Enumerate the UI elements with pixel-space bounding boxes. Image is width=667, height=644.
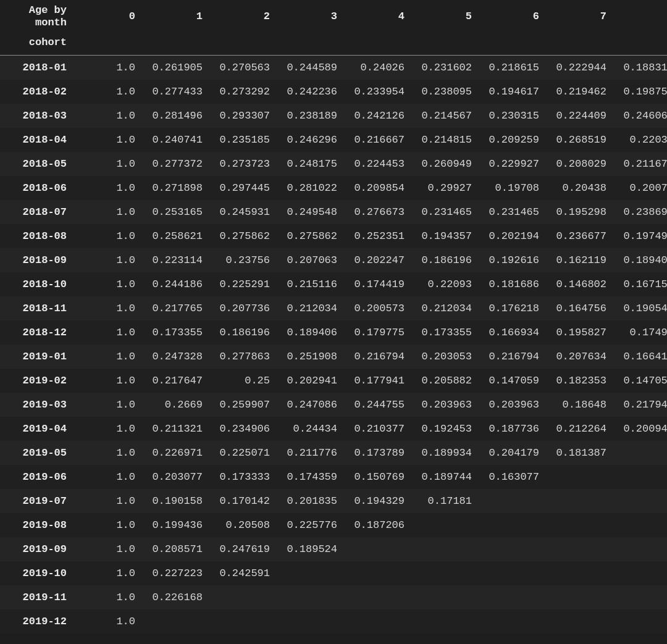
cell: 1.0: [73, 393, 140, 417]
table-body: 2018-011.00.2619050.2705630.2445890.2402…: [0, 56, 667, 634]
cell: 0.212034: [275, 296, 342, 320]
cell: 0.277372: [140, 152, 208, 176]
cell: 0.235185: [208, 128, 275, 152]
cell: [611, 561, 667, 585]
row-label: 2018-10: [0, 272, 73, 296]
cell: 0.224409: [544, 104, 611, 128]
cell: 1.0: [73, 489, 140, 513]
cell: 1.0: [73, 561, 140, 585]
cell: [611, 465, 667, 489]
cell: 0.189934: [409, 441, 477, 465]
cell: 1.0: [73, 104, 140, 128]
cell: 0.276673: [342, 200, 409, 224]
row-label: 2019-11: [0, 585, 73, 609]
col-header: 4: [342, 0, 409, 30]
cell: [544, 513, 611, 537]
cell: 0.173355: [140, 320, 208, 345]
table-row: 2019-081.00.1994360.205080.2257760.18720…: [0, 513, 667, 537]
cell: 0.258621: [140, 224, 208, 248]
cell: 0.23756: [208, 248, 275, 272]
cell: [477, 513, 544, 537]
cell: [477, 609, 544, 634]
cell: 1.0: [73, 585, 140, 609]
cell: [409, 585, 477, 609]
cell: 0.19708: [477, 176, 544, 200]
cell: 0.244589: [275, 56, 342, 80]
cell: 0.177941: [342, 369, 409, 393]
cell: [611, 513, 667, 537]
row-label: 2019-10: [0, 561, 73, 585]
cell: 0.273723: [208, 152, 275, 176]
table-row: 2018-111.00.2177650.2077360.2120340.2005…: [0, 296, 667, 320]
row-label: 2018-08: [0, 224, 73, 248]
cell: 0.207736: [208, 296, 275, 320]
col-header: 7: [544, 0, 611, 30]
cell: 0.251908: [275, 345, 342, 369]
cell: 0.24026: [342, 56, 409, 80]
table-row: 2019-091.00.2085710.2476190.189524: [0, 537, 667, 561]
cell: [342, 585, 409, 609]
row-label: 2018-09: [0, 248, 73, 272]
cell: 0.218615: [477, 56, 544, 80]
cell: 0.281496: [140, 104, 208, 128]
cell: 0.204179: [477, 441, 544, 465]
table-row: 2019-031.00.26690.2599070.2470860.244755…: [0, 393, 667, 417]
cell: 1.0: [73, 441, 140, 465]
table-row: 2018-061.00.2718980.2974450.2810220.2098…: [0, 176, 667, 200]
cell: 0.247328: [140, 345, 208, 369]
cell: 0.273292: [208, 80, 275, 104]
cell: [477, 585, 544, 609]
cell: [544, 537, 611, 561]
table-row: 2018-101.00.2441860.2252910.2151160.1744…: [0, 272, 667, 296]
cell: 0.247619: [208, 537, 275, 561]
cell: 0.260949: [409, 152, 477, 176]
cell: 1.0: [73, 80, 140, 104]
table-row: 2019-011.00.2473280.2778630.2519080.2167…: [0, 345, 667, 369]
cohort-table: Age by month 0 1 2 3 4 5 6 7 8 cohort 20…: [0, 0, 667, 634]
cell: 0.203963: [409, 393, 477, 417]
col-header: 5: [409, 0, 477, 30]
cell: 0.211321: [140, 417, 208, 441]
cell: 1.0: [73, 200, 140, 224]
table-row: 2019-021.00.2176470.250.2029410.1779410.…: [0, 369, 667, 393]
row-label: 2019-08: [0, 513, 73, 537]
cell: 0.202194: [477, 224, 544, 248]
cell: [611, 585, 667, 609]
row-label: 2019-06: [0, 465, 73, 489]
cell: [409, 561, 477, 585]
cell: [544, 489, 611, 513]
cell: 0.182353: [544, 369, 611, 393]
col-header: 8: [611, 0, 667, 30]
cell: 0.217765: [140, 296, 208, 320]
cell: 0.212034: [409, 296, 477, 320]
cell: 0.181387: [544, 441, 611, 465]
cell: 0.192453: [409, 417, 477, 441]
cell: 0.199436: [140, 513, 208, 537]
row-label: 2018-11: [0, 296, 73, 320]
cell: 0.17181: [409, 489, 477, 513]
cell: 0.164756: [544, 296, 611, 320]
cell: 0.200573: [342, 296, 409, 320]
cell: 0.271898: [140, 176, 208, 200]
cell: 0.201835: [275, 489, 342, 513]
cell: 0.194357: [409, 224, 477, 248]
cell: [544, 561, 611, 585]
cell: 0.174419: [342, 272, 409, 296]
cell: [275, 561, 342, 585]
table-row: 2019-051.00.2269710.2250710.2117760.1737…: [0, 441, 667, 465]
cell: 0.20073: [611, 176, 667, 200]
cell: 1.0: [73, 248, 140, 272]
cell: 0.236677: [544, 224, 611, 248]
table-row: 2018-091.00.2231140.237560.2070630.20224…: [0, 248, 667, 272]
cell: 0.259907: [208, 393, 275, 417]
cell: 0.238698: [611, 200, 667, 224]
cell: 0.249548: [275, 200, 342, 224]
cell: 0.215116: [275, 272, 342, 296]
cell: 0.216794: [342, 345, 409, 369]
cell: 0.277433: [140, 80, 208, 104]
cell: 0.244755: [342, 393, 409, 417]
cell: 0.242126: [342, 104, 409, 128]
cell: 0.22093: [409, 272, 477, 296]
cell: [477, 489, 544, 513]
cell: 0.173333: [208, 465, 275, 489]
